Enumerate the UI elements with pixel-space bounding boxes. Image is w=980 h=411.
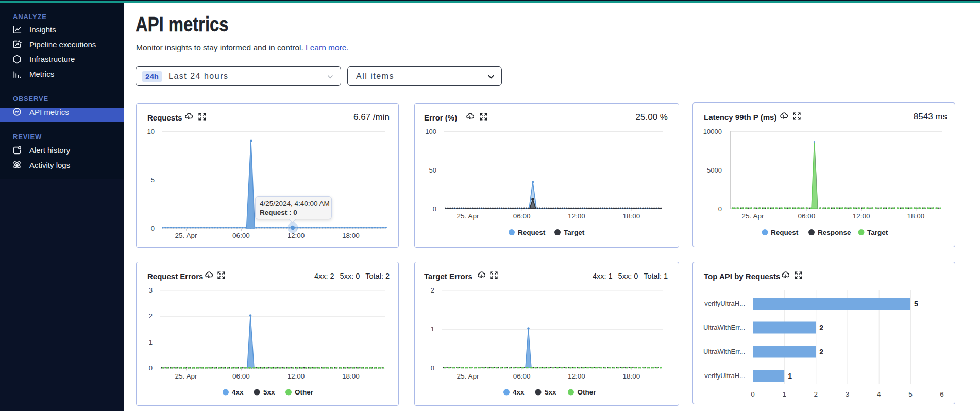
svg-text:4xx: 4xx [232,388,244,396]
svg-text:0: 0 [431,364,434,372]
svg-text:06:00: 06:00 [232,372,250,380]
svg-text:18:00: 18:00 [623,212,640,220]
svg-text:Other: Other [578,388,597,396]
svg-text:verifyUltraH...: verifyUltraH... [704,372,745,380]
svg-text:25. Apr: 25. Apr [175,372,197,380]
svg-text:12:00: 12:00 [288,232,305,239]
svg-text:10: 10 [147,128,155,135]
svg-text:1: 1 [149,338,153,346]
svg-text:12:00: 12:00 [568,372,585,380]
svg-text:4: 4 [877,390,881,398]
svg-text:5: 5 [151,176,155,184]
svg-text:0: 0 [149,364,153,372]
svg-text:2: 2 [819,348,823,356]
svg-text:06:00: 06:00 [798,212,816,220]
svg-text:10000: 10000 [703,128,722,135]
svg-text:06:00: 06:00 [513,372,531,380]
svg-text:2: 2 [819,323,823,332]
svg-text:2: 2 [149,312,153,320]
svg-text:2: 2 [431,286,434,294]
svg-text:0: 0 [751,390,755,398]
svg-text:18:00: 18:00 [623,372,640,380]
svg-text:1: 1 [782,390,786,398]
svg-text:Request: Request [771,229,799,236]
svg-text:50: 50 [429,166,436,174]
svg-text:Request: Request [518,229,546,236]
svg-text:18:00: 18:00 [342,372,360,380]
svg-text:5: 5 [914,300,918,308]
svg-text:Other: Other [295,388,314,396]
svg-text:Target: Target [564,229,585,236]
svg-text:5000: 5000 [707,166,722,174]
svg-text:Response: Response [818,229,851,236]
svg-text:UltraWithErr...: UltraWithErr... [703,348,745,355]
svg-text:4xx: 4xx [513,388,525,396]
svg-text:25. Apr: 25. Apr [175,232,197,239]
svg-text:0: 0 [151,225,155,232]
svg-text:Target: Target [867,229,888,236]
svg-text:1: 1 [431,325,434,333]
svg-text:25. Apr: 25. Apr [457,212,479,220]
svg-text:3: 3 [149,286,153,294]
svg-text:5xx: 5xx [545,388,556,396]
svg-text:25. Apr: 25. Apr [742,212,764,220]
svg-text:0: 0 [433,205,436,213]
svg-text:5xx: 5xx [263,388,275,396]
svg-text:12:00: 12:00 [288,372,305,380]
svg-text:100: 100 [425,128,436,135]
svg-text:1: 1 [788,372,792,380]
svg-text:6: 6 [940,390,944,398]
svg-text:12:00: 12:00 [568,212,585,220]
svg-text:UltraWithErr...: UltraWithErr... [703,323,745,331]
svg-text:06:00: 06:00 [232,232,250,239]
svg-text:2: 2 [814,390,818,398]
svg-text:verifyUltraH...: verifyUltraH... [704,300,745,307]
svg-text:0: 0 [718,205,722,213]
svg-text:06:00: 06:00 [513,212,531,220]
svg-text:18:00: 18:00 [907,212,925,220]
svg-text:25. Apr: 25. Apr [457,372,479,380]
svg-text:18:00: 18:00 [342,232,360,239]
svg-text:12:00: 12:00 [853,212,870,220]
svg-text:5: 5 [908,390,913,398]
svg-text:3: 3 [846,390,850,398]
